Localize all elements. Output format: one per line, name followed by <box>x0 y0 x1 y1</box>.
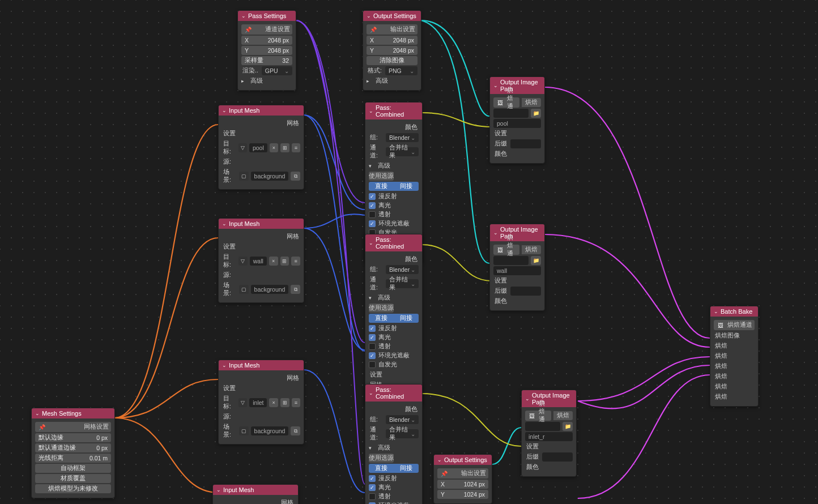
node-header[interactable]: ⌄Pass: Combined <box>365 385 422 402</box>
folder-icon[interactable]: 📁 <box>563 422 573 431</box>
grid-icon[interactable]: ⊞ <box>280 398 289 407</box>
y-field[interactable]: Y1024 px <box>437 490 488 499</box>
use-source-button[interactable]: 使用选源 <box>369 454 394 463</box>
transmission-check[interactable]: 透射 <box>369 342 419 351</box>
path-field[interactable] <box>525 422 560 431</box>
folder-icon[interactable]: 📁 <box>531 256 541 265</box>
node-header[interactable]: ⌄Input Mesh <box>219 360 304 370</box>
triangle-down-icon[interactable]: ▾ <box>369 163 374 169</box>
ao-check[interactable]: ✓环境光遮蔽 <box>369 501 419 504</box>
node-header[interactable]: ⌄Output Settings <box>363 11 421 21</box>
copy-icon[interactable]: ⧉ <box>291 426 300 435</box>
list-icon[interactable]: ≡ <box>291 257 300 266</box>
scene-field[interactable]: background <box>251 426 289 435</box>
x-field[interactable]: X2048 px <box>367 36 417 45</box>
mesh-icon[interactable]: ▽ <box>238 398 248 407</box>
node-output-image-path-1[interactable]: ⌄Output Image Path 🖼烘焙通道烘焙 📁 pool 设置 后缀 … <box>489 76 545 164</box>
x-field[interactable]: X2048 px <box>241 36 292 45</box>
scene-icon[interactable]: ▢ <box>239 172 249 181</box>
node-header[interactable]: ⌄Output Image Path <box>522 390 576 407</box>
ao-check[interactable]: ✓环境光遮蔽 <box>369 351 419 360</box>
grid-icon[interactable]: ⊞ <box>280 143 289 152</box>
node-header[interactable]: ⌄Output Settings <box>434 455 492 465</box>
x-icon[interactable]: × <box>270 143 278 152</box>
pin-icon[interactable]: 📌 <box>369 25 378 33</box>
bake-button[interactable]: 烘焙 <box>553 411 573 420</box>
pin-icon[interactable]: 📌 <box>244 25 253 33</box>
scene-field[interactable]: background <box>251 285 289 294</box>
node-pass-combined-2[interactable]: ⌄Pass: Combined 颜色 组:Blender 通道:合并结果 ▾高级… <box>365 234 423 405</box>
node-header[interactable]: ⌄Input Mesh <box>213 485 298 495</box>
folder-icon[interactable]: 📁 <box>531 109 541 118</box>
node-mesh-settings[interactable]: ⌄Mesh Settings 📌网格设置 默认边缘0 px 默认通道边缘0 px… <box>31 408 115 498</box>
bake-button[interactable]: 烘焙 <box>522 245 541 254</box>
image-icon[interactable]: 🖼 <box>716 321 725 329</box>
indirect-button[interactable]: 间接 <box>394 464 419 473</box>
direct-button[interactable]: 直接 <box>369 464 394 473</box>
path-field[interactable] <box>493 109 529 118</box>
target-field[interactable]: wall <box>250 257 267 266</box>
name-field[interactable]: pool <box>493 119 541 128</box>
use-source-button[interactable]: 使用选源 <box>369 304 394 313</box>
x-field[interactable]: X1024 px <box>437 480 488 489</box>
list-icon[interactable]: ≡ <box>292 143 300 152</box>
diffuse-check[interactable]: ✓漫反射 <box>369 324 419 333</box>
mesh-icon[interactable]: ▽ <box>238 143 247 152</box>
scene-field[interactable]: background <box>251 172 289 181</box>
group-dropdown[interactable]: Blender <box>386 415 419 424</box>
node-header[interactable]: ⌄Pass: Combined <box>365 234 422 251</box>
material-override-toggle[interactable]: 材质覆盖 <box>35 474 111 483</box>
channel-dropdown[interactable]: 合并结果 <box>386 147 419 156</box>
diffuse-check[interactable]: ✓漫反射 <box>369 474 419 483</box>
use-source-button[interactable]: 使用选源 <box>369 172 394 181</box>
image-icon[interactable]: 🖼 <box>496 246 505 254</box>
node-input-mesh-2[interactable]: ⌄Input Mesh 网格 设置 目标:▽wall×⊞≡ 源: 场景:▢bac… <box>218 218 304 303</box>
direct-button[interactable]: 直接 <box>369 182 394 191</box>
node-output-settings-2[interactable]: ⌄Output Settings 📌输出设置 X1024 px Y1024 px <box>433 454 492 504</box>
copy-icon[interactable]: ⧉ <box>291 285 300 294</box>
indirect-button[interactable]: 间接 <box>394 182 419 191</box>
node-header[interactable]: ⌄Input Mesh <box>219 105 304 116</box>
y-field[interactable]: Y2048 px <box>241 46 292 55</box>
node-header[interactable]: ⌄Pass: Combined <box>365 102 422 119</box>
node-input-mesh-3[interactable]: ⌄Input Mesh 网格 设置 目标:▽inlet×⊞≡ 源: 场景:▢ba… <box>218 360 304 445</box>
node-header[interactable]: ⌄Input Mesh <box>219 219 304 229</box>
indirect-button[interactable]: 间接 <box>394 314 419 323</box>
scene-icon[interactable]: ▢ <box>239 426 249 435</box>
group-dropdown[interactable]: Blender <box>386 133 419 142</box>
node-pass-combined-3[interactable]: ⌄Pass: Combined 颜色 组:Blender 通道:合并结果 ▾高级… <box>365 384 423 504</box>
x-icon[interactable]: × <box>269 398 278 407</box>
node-header[interactable]: ⌄Batch Bake <box>710 306 758 317</box>
glossy-check[interactable]: ✓离光 <box>369 201 419 210</box>
copy-icon[interactable]: ⧉ <box>291 172 300 181</box>
triangle-right-icon[interactable]: ▸ <box>241 78 247 84</box>
glossy-check[interactable]: ✓离光 <box>369 483 419 492</box>
triangle-right-icon[interactable]: ▸ <box>367 78 372 84</box>
auto-cage-toggle[interactable]: 自动框架 <box>35 464 111 473</box>
list-icon[interactable]: ≡ <box>292 398 301 407</box>
target-field[interactable]: pool <box>249 143 267 152</box>
mesh-icon[interactable]: ▽ <box>238 257 248 266</box>
diffuse-check[interactable]: ✓漫反射 <box>369 192 419 201</box>
node-batch-bake[interactable]: ⌄Batch Bake 🖼烘焙通道 烘焙图像 烘焙 烘焙 烘焙 烘焙 烘焙 烘焙 <box>710 306 759 407</box>
bake-button[interactable]: 烘焙 <box>522 98 541 107</box>
pin-icon[interactable]: 📌 <box>440 469 449 477</box>
node-pass-settings[interactable]: ⌄Pass Settings 📌通道设置 X2048 px Y2048 px 采… <box>237 10 296 91</box>
pin-icon[interactable]: 📌 <box>37 423 46 431</box>
group-dropdown[interactable]: Blender <box>386 265 419 274</box>
node-input-mesh-1[interactable]: ⌄Input Mesh 网格 设置 目标:▽pool×⊞≡ 源: 场景:▢bac… <box>218 105 304 190</box>
node-input-mesh-4[interactable]: ⌄Input Mesh 网格 <box>212 484 299 504</box>
image-icon[interactable]: 🖼 <box>527 412 536 420</box>
transmission-check[interactable]: 透射 <box>369 210 419 219</box>
emit-check[interactable]: 自发光 <box>369 360 419 369</box>
scene-icon[interactable]: ▢ <box>239 285 249 294</box>
image-icon[interactable]: 🖼 <box>496 99 505 106</box>
triangle-down-icon[interactable]: ▾ <box>369 445 374 451</box>
name-field[interactable]: wall <box>493 266 541 275</box>
target-field[interactable]: inlet <box>249 398 267 407</box>
transmission-check[interactable]: 透射 <box>369 492 419 501</box>
channel-dropdown[interactable]: 合并结果 <box>386 279 419 288</box>
path-field[interactable] <box>493 256 529 265</box>
x-icon[interactable]: × <box>269 257 278 266</box>
node-header[interactable]: ⌄Output Image Path <box>490 224 544 241</box>
